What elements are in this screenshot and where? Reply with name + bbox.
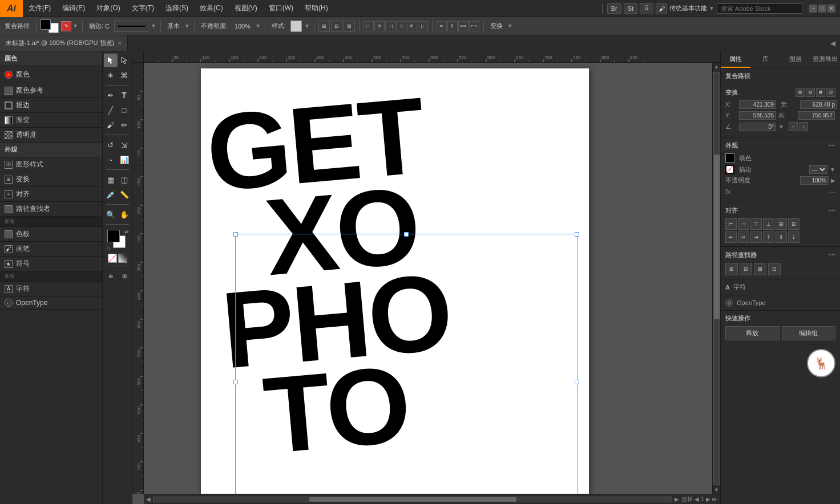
color-ref-icon[interactable]	[5, 87, 13, 95]
stroke-section-icon[interactable]	[5, 101, 13, 109]
opacity-expand-btn[interactable]: ▶	[831, 177, 835, 184]
v-scroll-thumb[interactable]	[714, 155, 720, 319]
brush-icon[interactable]: 🖌	[5, 245, 13, 253]
fill-stroke-swatches[interactable]	[41, 19, 59, 33]
tab-close-btn[interactable]: ×	[118, 39, 122, 47]
close-btn[interactable]: ✕	[827, 5, 835, 13]
align-left-btn[interactable]: |←	[364, 21, 374, 31]
nav-prev-btn[interactable]: ◀	[694, 496, 699, 502]
transform-mode-2[interactable]: ⊟	[806, 88, 815, 97]
restore-btn[interactable]: □	[818, 5, 826, 13]
flip-v-btn[interactable]: ↕	[799, 122, 808, 131]
align-hcenter-obj[interactable]: ⊣	[738, 218, 749, 230]
nav-next-btn[interactable]: ▶	[706, 496, 710, 502]
graph-tool[interactable]: 📊	[118, 153, 131, 166]
arrange-btn-3[interactable]: ⊠	[344, 21, 355, 32]
dist-hl-btn[interactable]: ⟺	[458, 21, 469, 31]
stroke-type-select[interactable]: —	[809, 165, 827, 174]
dist-bottom[interactable]: ⇣	[788, 231, 799, 243]
scroll-left-btn[interactable]: ◀	[146, 496, 151, 502]
none-swatch[interactable]	[108, 254, 117, 263]
pf-minus-front[interactable]: ⊟	[740, 263, 752, 275]
draw-mode-icon[interactable]: ✎	[61, 21, 71, 31]
pf-intersect[interactable]: ⊠	[754, 263, 766, 275]
align-top-obj[interactable]: ⊥	[763, 218, 774, 230]
opacity-dropdown[interactable]: ▼	[255, 23, 261, 29]
menu-edit[interactable]: 编辑(E)	[56, 0, 91, 17]
pencil-tool[interactable]: ✏	[118, 118, 131, 132]
draw-behind-btn[interactable]: ⊕	[104, 269, 118, 283]
arrange-btn-2[interactable]: ⊟	[331, 21, 342, 32]
rect-tool[interactable]: □	[118, 103, 131, 117]
align-right-obj[interactable]: ⊤	[750, 218, 762, 230]
fg-color-swatch[interactable]	[107, 230, 120, 242]
stroke-color-swatch[interactable]	[725, 165, 734, 174]
release-btn[interactable]: 释放	[725, 326, 780, 340]
dist-hcenter[interactable]: ⇔	[738, 231, 749, 243]
eyedropper-tool[interactable]: 💉	[104, 188, 118, 201]
appearance-section-header[interactable]: 外观	[0, 143, 102, 157]
select-tool[interactable]	[104, 54, 118, 67]
edit-btn[interactable]: 编辑组	[782, 326, 836, 340]
color-wheel-icon[interactable]	[5, 71, 13, 79]
tab-export[interactable]: 资源导出	[810, 51, 840, 68]
fill-color-swatch[interactable]	[725, 153, 734, 162]
x-input[interactable]	[739, 100, 776, 109]
swatch-icon[interactable]	[5, 230, 13, 238]
transform-icon[interactable]: ⊞	[5, 176, 13, 184]
pathfinder-icon[interactable]	[5, 205, 13, 213]
opacity-value[interactable]: 100%	[232, 22, 253, 31]
tab-library[interactable]: 库	[750, 51, 780, 68]
align-bottom-obj[interactable]: ⊟	[788, 218, 799, 230]
symbol-icon[interactable]: ❀	[5, 260, 13, 268]
menu-file[interactable]: 文件(F)	[23, 0, 56, 17]
opentype-icon[interactable]: O	[5, 299, 13, 307]
y-input[interactable]	[739, 111, 776, 120]
bridge-btn[interactable]: Br	[607, 3, 621, 14]
transform-mode-4[interactable]: ⊡	[826, 88, 835, 97]
rotate-tool[interactable]: ↺	[104, 138, 118, 152]
w-input[interactable]	[800, 100, 837, 109]
menu-view[interactable]: 视图(V)	[229, 0, 263, 17]
swap-colors-icon[interactable]: ⇄	[124, 229, 129, 234]
line-tool[interactable]: ╱	[104, 103, 118, 117]
hand-tool[interactable]: ✋	[118, 208, 131, 221]
lasso-tool[interactable]: ⌘	[118, 68, 131, 82]
char-icon[interactable]: A	[5, 285, 13, 293]
gradient-icon[interactable]	[5, 116, 13, 124]
tab-properties[interactable]: 属性	[721, 51, 750, 68]
scroll-right-btn[interactable]: ▶	[675, 496, 679, 502]
align-icon[interactable]: ≡	[5, 190, 13, 198]
paintbrush-tool[interactable]: 🖌	[104, 118, 118, 132]
color-section-header[interactable]: 颜色	[0, 51, 102, 66]
screen-mode-btn[interactable]: ⊞	[118, 269, 131, 283]
style-swatch[interactable]	[290, 21, 302, 32]
align-bottom-btn[interactable]: |↓	[418, 21, 428, 31]
h-scroll-track[interactable]	[153, 497, 672, 502]
transparency-icon[interactable]	[5, 131, 13, 139]
v-scrollbar[interactable]: ▲ ▼	[712, 63, 720, 494]
h-scrollbar[interactable]: ◀ ▶ 选择 ◀ 1 ▶ ⏭	[144, 494, 720, 504]
dist-left[interactable]: ⇤	[725, 231, 737, 243]
align-right-btn[interactable]: →|	[385, 21, 395, 31]
nav-end-btn[interactable]: ⏭	[712, 496, 718, 502]
dist-right[interactable]: ⇥	[750, 231, 762, 243]
apps-btn[interactable]: ⠿	[640, 3, 653, 14]
brush-btn[interactable]: 🖌	[656, 3, 667, 14]
minimize-btn[interactable]: －	[809, 5, 817, 13]
transform-mode-3[interactable]: ⊠	[816, 88, 825, 97]
h-scroll-thumb[interactable]	[309, 497, 516, 502]
document-tab[interactable]: 未标题-1.ai* @ 100% (RGB/GPU 预览) ×	[0, 35, 128, 51]
panel-collapse-btn[interactable]: ◀	[826, 39, 840, 47]
stock-btn[interactable]: St	[624, 3, 637, 14]
menu-select[interactable]: 选择(S)	[160, 0, 194, 17]
angle-input[interactable]	[739, 123, 776, 131]
stroke-dropdown[interactable]: ▼	[151, 23, 156, 29]
menu-effect[interactable]: 效果(C)	[194, 0, 229, 17]
mode-dropdown[interactable]: ▼	[72, 23, 78, 29]
magic-wand-tool[interactable]: ✳	[104, 68, 118, 82]
align-more-btn[interactable]: ···	[829, 206, 835, 215]
menu-help[interactable]: 帮助(H)	[299, 0, 334, 17]
pen-tool[interactable]: ✒	[104, 88, 118, 102]
v-scroll-track[interactable]	[713, 72, 720, 485]
